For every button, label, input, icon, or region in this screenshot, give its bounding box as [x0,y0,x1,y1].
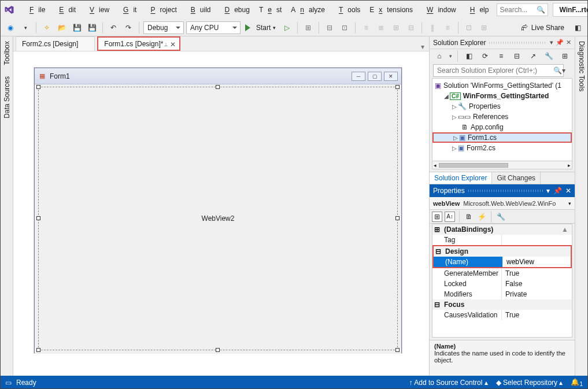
resize-handle[interactable] [36,85,40,89]
se-search-input[interactable] [433,64,564,77]
refs-icon: ▭▭ [458,113,471,121]
tree-properties-node[interactable]: ▷🔧 Properties [432,101,572,112]
select-repository-button[interactable]: ◆ Select Repository ▴ [496,379,563,387]
align-4[interactable]: ⊟ [405,21,417,34]
resize-handle[interactable] [36,348,40,352]
resize-handle[interactable] [36,216,40,220]
close-icon[interactable]: ✕ [170,40,176,49]
menu-analyze[interactable]: Analyze [286,2,330,17]
resize-handle[interactable] [395,216,400,220]
quick-search[interactable]: 🔍 [497,3,548,16]
align-2[interactable]: ≣ [375,21,387,34]
menu-project[interactable]: Project [141,2,181,17]
se-btn[interactable]: ↗ [527,50,539,62]
search-input[interactable] [497,6,537,14]
window-menu-icon[interactable]: ▾ [550,39,553,46]
se-btn[interactable]: ⊟ [511,50,523,62]
categorized-button[interactable]: ⊞ [432,212,442,222]
tb-icon-1[interactable]: ⊞ [302,21,315,34]
feedback-button[interactable]: ◧ [571,21,584,34]
prop-name-input[interactable] [506,258,571,266]
resize-handle[interactable] [216,85,220,89]
menu-edit[interactable]: Edit [50,2,80,17]
diagnostic-tools-tab[interactable]: Diagnostic Tools [576,39,587,94]
events-button[interactable]: ⚡ [476,212,487,222]
menu-git[interactable]: Git [114,2,141,17]
toolbox-tab[interactable]: Toolbox [2,39,12,67]
redo-button[interactable]: ↷ [122,21,135,34]
menu-build[interactable]: Build [182,2,216,17]
tb-icon-2[interactable]: ⊟ [323,21,336,34]
nav-back-button[interactable]: ◉ [4,21,17,34]
form-preview[interactable]: ▦ Form1 ─ ▢ ✕ WebView2 [34,68,402,353]
tab-overflow-button[interactable]: ▾ [421,43,424,51]
prop-row-name[interactable]: (Name) [434,257,571,267]
tree-references-node[interactable]: ▷▭▭ References [432,112,572,122]
new-item-button[interactable]: ✧ [40,21,53,34]
dist-2[interactable]: ≡ [441,21,454,34]
close-icon[interactable]: ✕ [565,187,571,195]
se-home-button[interactable]: ⌂ [433,50,446,62]
menu-window[interactable]: Window [417,2,461,17]
tree-hscroll[interactable]: ◂▸ [432,161,572,169]
undo-button[interactable]: ↶ [107,21,120,34]
menu-tools[interactable]: Tools [330,2,365,17]
tab-form1-design[interactable]: Form1.cs [Design]* ⟂ ✕ [97,36,180,51]
property-grid[interactable]: ⊞(DataBindings)▲ Tag ⊟Design (Name) Gene… [432,224,572,338]
close-icon[interactable]: ✕ [566,39,571,46]
notifications-button[interactable]: 🔔1 [571,378,583,387]
menu-help[interactable]: Help [461,2,494,17]
tb-icon-3[interactable]: ⊡ [338,21,351,34]
open-button[interactable]: 📂 [56,21,68,34]
se-btn[interactable]: ⊞ [559,50,571,62]
properties-selection[interactable]: webView Microsoft.Web.WebView2.WinFo ▾ [430,197,575,210]
align-1[interactable]: ≡ [360,21,372,34]
nav-back-more[interactable]: ▾ [19,21,32,34]
menu-test[interactable]: Test [254,2,286,17]
pin-icon[interactable]: 📌 [553,187,562,195]
align-3[interactable]: ⊞ [390,21,402,34]
add-source-control-button[interactable]: ↑ Add to Source Control ▴ [409,379,488,387]
tree-project-node[interactable]: ◢ C# WinForms_GettingStarted [432,91,572,101]
webview2-control[interactable]: WebView2 [38,87,398,350]
start-no-debug-button[interactable]: ▷ [280,21,293,34]
se-btn[interactable]: 🔧 [543,50,556,62]
pin-icon[interactable]: 📌 [556,39,564,46]
alphabetical-button[interactable]: A↕ [445,212,455,222]
tab-solution-explorer[interactable]: Solution Explorer [430,172,492,184]
se-btn[interactable]: ◧ [463,50,476,62]
wrench-button[interactable]: 🔧 [495,212,506,222]
se-btn[interactable]: ⟳ [479,50,491,62]
menu-debug[interactable]: Debug [216,2,254,17]
menu-file[interactable]: FFileile [20,2,50,17]
save-button[interactable]: 💾 [71,21,83,34]
menu-extensions[interactable]: Extensions [365,2,417,17]
tree-form1-node[interactable]: ▷▣ Form1.cs [432,132,572,143]
start-debug-button[interactable]: Start ▾ [243,24,278,32]
solution-explorer-search[interactable]: 🔍▾ [433,64,571,77]
save-all-button[interactable]: 💾 [86,21,98,34]
designer-surface[interactable]: ▦ Form1 ─ ▢ ✕ WebView2 [13,51,429,376]
tree-form2-node[interactable]: ▷▣ Form2.cs [432,143,572,153]
solution-pill[interactable]: WinF...rted [553,3,588,17]
size-1[interactable]: ⊡ [463,21,475,34]
tree-solution-node[interactable]: ▣ Solution 'WinForms_GettingStarted' (1 [432,80,572,91]
resize-handle[interactable] [395,85,400,89]
properties-page-button[interactable]: 🗎 [464,212,474,222]
resize-handle[interactable] [395,348,400,352]
config-dropdown[interactable]: Debug [143,21,184,34]
data-sources-tab[interactable]: Data Sources [2,74,12,121]
tab-git-changes[interactable]: Git Changes [492,172,541,184]
platform-dropdown[interactable]: Any CPU [186,21,241,34]
solution-tree[interactable]: ▣ Solution 'WinForms_GettingStarted' (1 … [432,78,572,169]
live-share-button[interactable]: ⮳ Live Share [516,24,569,32]
pin-icon[interactable]: ⟂ [164,41,168,47]
window-menu-icon[interactable]: ▾ [546,187,550,195]
se-btn[interactable]: ≡ [495,50,508,62]
menu-view[interactable]: View [80,2,114,17]
dist-1[interactable]: ‖ [426,21,439,34]
tree-appconfig-node[interactable]: 🗎 App.config [432,122,572,132]
tab-form2-design[interactable]: Form2.cs [Design] [16,36,95,51]
size-2[interactable]: ⊞ [478,21,490,34]
resize-handle[interactable] [216,348,220,352]
